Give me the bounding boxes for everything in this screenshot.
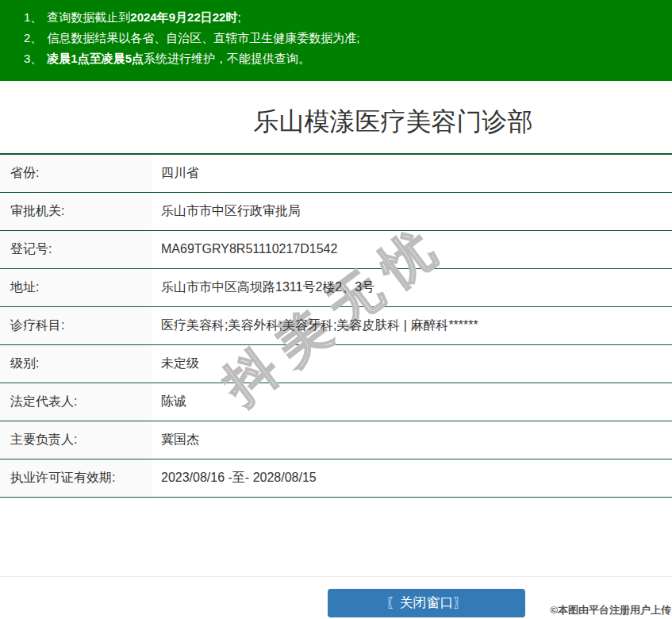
row-label: 级别: [0,344,152,383]
row-label: 法定代表人: [0,383,152,421]
row-value: 医疗美容科;美容外科;美容牙科;美容皮肤科 | 麻醉科****** [152,306,672,344]
notice-item-1: 1、查询数据截止到2024年9月22日22时; [24,7,664,28]
row-label: 诊疗科目: [0,306,152,344]
notice-text-bold: 凌晨1点至凌晨5点 [47,52,144,65]
table-row-level: 级别: 未定级 [0,344,672,383]
row-label: 省份: [0,154,152,192]
row-label: 地址: [0,268,152,306]
row-label: 主要负责人: [0,421,152,459]
notice-text: 信息数据结果以各省、自治区、直辖市卫生健康委数据为准; [47,31,359,44]
notice-banner: 1、查询数据截止到2024年9月22日22时; 2、信息数据结果以各省、自治区、… [0,0,672,81]
notice-text: ; [237,10,240,24]
table-row-license-validity: 执业许可证有效期: 2023/08/16 -至- 2028/08/15 [0,459,672,497]
row-value: MA69TGRY8R51110217D1542 [152,230,672,268]
row-label: 执业许可证有效期: [0,459,152,497]
row-value: 四川省 [152,154,672,192]
row-value: 乐山市市中区行政审批局 [152,192,672,230]
table-row-province: 省份: 四川省 [0,154,672,192]
row-value: 2023/08/16 -至- 2028/08/15 [152,459,672,497]
row-value: 冀国杰 [152,421,672,459]
table-row-registration-number: 登记号: MA69TGRY8R51110217D1542 [0,230,672,268]
table-row-legal-representative: 法定代表人: 陈诚 [0,383,672,421]
close-window-button[interactable]: 〖关闭窗口〗 [328,589,525,617]
notice-number: 3、 [24,52,42,65]
row-label: 登记号: [0,230,152,268]
notice-text-bold: 2024年9月22日22时 [130,10,237,24]
copyright-watermark: ©本图由平台注册用户上传 [550,603,671,617]
row-value: 陈诚 [152,383,672,421]
notice-number: 1、 [24,10,42,24]
notice-text: 查询数据截止到 [47,10,130,24]
notice-text: 系统进行维护，不能提供查询。 [144,52,310,65]
row-value: 未定级 [152,344,672,383]
row-label: 审批机关: [0,192,152,230]
notice-item-2: 2、信息数据结果以各省、自治区、直辖市卫生健康委数据为准; [24,28,664,48]
page-title: 乐山模漾医疗美容门诊部 [57,104,672,139]
table-row-person-in-charge: 主要负责人: 冀国杰 [0,421,672,459]
table-row-diagnosis-subjects: 诊疗科目: 医疗美容科;美容外科;美容牙科;美容皮肤科 | 麻醉科****** [0,306,672,344]
notice-number: 2、 [24,31,42,44]
notice-item-3: 3、凌晨1点至凌晨5点系统进行维护，不能提供查询。 [24,48,664,69]
row-value: 乐山市市中区高坝路1311号2楼2、3号 [152,268,672,306]
institution-info-table: 省份: 四川省 审批机关: 乐山市市中区行政审批局 登记号: MA69TGRY8… [0,153,672,498]
footer-divider [0,576,672,577]
table-row-address: 地址: 乐山市市中区高坝路1311号2楼2、3号 [0,268,672,306]
table-row-approval-authority: 审批机关: 乐山市市中区行政审批局 [0,192,672,230]
